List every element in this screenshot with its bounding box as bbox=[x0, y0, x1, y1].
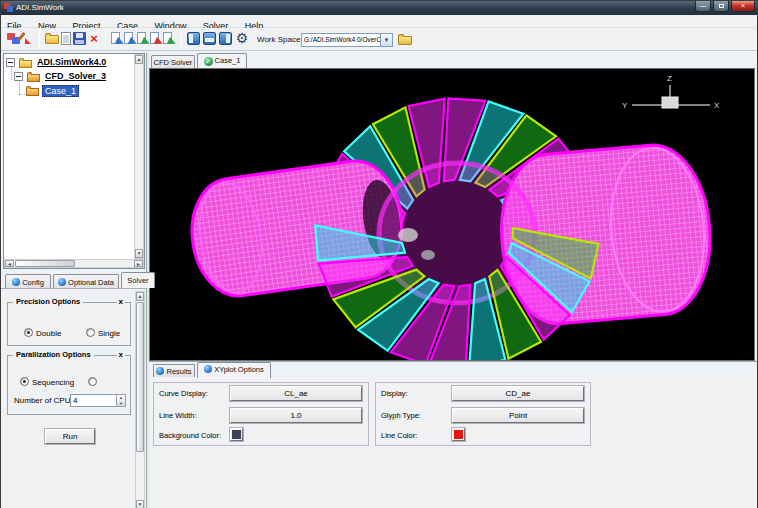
precision-options-group: Precision Options x Double Single bbox=[7, 302, 131, 346]
axis-z-label: Z bbox=[667, 74, 672, 83]
radio-icon bbox=[24, 328, 33, 337]
tab-config[interactable]: Config bbox=[5, 274, 51, 288]
case-refresh-icon[interactable] bbox=[161, 30, 179, 48]
radio-icon bbox=[88, 377, 97, 386]
radio-icon bbox=[20, 377, 29, 386]
folder-icon bbox=[27, 71, 42, 83]
tree-item-root[interactable]: ADI.SimWork4.0 bbox=[35, 57, 108, 67]
folder-icon bbox=[26, 85, 41, 97]
spin-down-icon[interactable]: ▼ bbox=[119, 401, 123, 406]
info-icon bbox=[156, 367, 164, 375]
tab-case1[interactable]: ✓Case_1 bbox=[197, 53, 247, 68]
render-viewport[interactable]: Z Y X bbox=[149, 68, 755, 361]
radio-sequencing[interactable]: Sequencing bbox=[20, 371, 74, 389]
tab-results[interactable]: Results bbox=[153, 364, 195, 378]
tree-item-solver[interactable]: CFD_Solver_3 bbox=[43, 71, 108, 81]
scroll-up-icon[interactable]: ▲ bbox=[136, 292, 144, 301]
spin-up-icon[interactable]: ▲ bbox=[119, 395, 123, 400]
combobox-arrow-icon[interactable]: ▼ bbox=[380, 33, 393, 47]
bottom-tab-strip: Results XYplot Options bbox=[149, 361, 757, 377]
folder-icon bbox=[19, 57, 34, 69]
line-width-button[interactable]: 1.0 bbox=[230, 408, 362, 423]
info-icon bbox=[204, 365, 212, 373]
toolbar-separator bbox=[181, 30, 182, 48]
left-tab-strip: Config Optional Data Solver bbox=[3, 272, 146, 288]
xyplot-options-panel: Curve Display: CL_ae Line Width: 1.0 Bac… bbox=[149, 377, 757, 508]
tree-item-case[interactable]: Case_1 bbox=[42, 85, 79, 97]
line-color-value bbox=[454, 430, 463, 439]
info-icon bbox=[12, 278, 20, 286]
cpus-stepper[interactable]: ▲▼ bbox=[116, 394, 126, 407]
solver-panel-scrollbar[interactable]: ▲ ▼ bbox=[135, 291, 145, 508]
radio-double[interactable]: Double bbox=[24, 322, 61, 340]
cfd-render: Z Y X bbox=[150, 69, 754, 360]
group-title: Parallization Options bbox=[13, 350, 94, 359]
hub-detail bbox=[398, 228, 418, 242]
scroll-up-icon[interactable]: ▲ bbox=[135, 55, 143, 64]
close-button[interactable]: × bbox=[731, 1, 755, 12]
solver-panel: Precision Options x Double Single Parall… bbox=[1, 288, 146, 508]
group-title: Precision Options bbox=[13, 297, 83, 306]
radio-icon bbox=[86, 328, 95, 337]
group-close-icon[interactable]: x bbox=[117, 350, 125, 359]
viewport-tab-strip: CFD Solver ✓Case_1 bbox=[149, 53, 757, 68]
group-close-icon[interactable]: x bbox=[117, 297, 125, 306]
tab-xyplot-options[interactable]: XYplot Options bbox=[197, 362, 271, 378]
line-color-label: Line Color: bbox=[381, 431, 417, 440]
line-color-swatch[interactable] bbox=[452, 428, 465, 441]
title-bar: ADI.SimWork — × bbox=[1, 1, 757, 15]
delete-icon[interactable]: × bbox=[85, 30, 103, 48]
workspace-label: Work Space: bbox=[257, 35, 303, 44]
settings-gear-icon[interactable]: ⚙ bbox=[233, 30, 251, 48]
tree-hscrollbar[interactable]: ◄ ► bbox=[4, 259, 144, 268]
background-color-label: Background Color: bbox=[159, 431, 221, 440]
background-color-swatch[interactable] bbox=[230, 428, 243, 441]
toolbar-separator bbox=[105, 30, 106, 48]
scroll-thumb[interactable] bbox=[136, 302, 144, 452]
axis-y-label: Y bbox=[622, 101, 628, 110]
scroll-down-icon[interactable]: ▼ bbox=[135, 249, 143, 258]
maximize-button[interactable] bbox=[713, 1, 729, 12]
axis-x-label: X bbox=[714, 101, 720, 110]
tab-cfd-solver[interactable]: CFD Solver bbox=[151, 55, 195, 68]
menu-bar: File New Project Case Window Solver Help bbox=[1, 15, 757, 28]
project-tree: ADI.SimWork4.0 CFD_Solver_3 Case_1 ▲ ▼ ◄… bbox=[3, 53, 145, 269]
tree-connector bbox=[11, 66, 12, 80]
tab-solver[interactable]: Solver bbox=[121, 272, 155, 288]
parallelization-options-group: Parallization Options x Sequencing MPICH… bbox=[7, 355, 131, 415]
tab-optional-data[interactable]: Optional Data bbox=[53, 274, 119, 288]
glyph-type-button[interactable]: Point bbox=[452, 408, 584, 423]
scroll-left-icon[interactable]: ◄ bbox=[5, 260, 14, 267]
info-icon bbox=[58, 278, 66, 286]
curve-display-label: Curve Display: bbox=[159, 389, 208, 398]
collapse-icon[interactable] bbox=[14, 72, 23, 81]
curve-display-button[interactable]: CL_ae bbox=[230, 386, 362, 401]
axis-gizmo bbox=[632, 85, 710, 108]
minimize-button[interactable]: — bbox=[695, 1, 711, 12]
brush-icon[interactable] bbox=[17, 30, 35, 48]
tree-vscrollbar[interactable]: ▲ ▼ bbox=[134, 54, 144, 259]
run-button[interactable]: Run bbox=[45, 429, 95, 444]
display-label: Display: bbox=[381, 389, 408, 398]
background-color-value bbox=[232, 430, 241, 439]
display-button[interactable]: CD_ae bbox=[452, 386, 584, 401]
toolbar-separator bbox=[39, 30, 40, 48]
collapse-icon[interactable] bbox=[6, 58, 15, 67]
app-window: ADI.SimWork — × File New Project Case Wi… bbox=[0, 0, 758, 508]
hub-detail bbox=[421, 250, 435, 260]
scroll-down-icon[interactable]: ▼ bbox=[136, 500, 144, 508]
app-icon bbox=[4, 3, 13, 12]
radio-single[interactable]: Single bbox=[86, 322, 120, 340]
scroll-right-icon[interactable]: ► bbox=[134, 260, 143, 267]
workspace-combobox[interactable]: G:/ADI.SimWork4.0/OverCFDC bbox=[301, 33, 381, 47]
scroll-thumb[interactable] bbox=[15, 260, 75, 267]
plot-right-group: Display: CD_ae Glyph Type: Point Line Co… bbox=[375, 382, 591, 446]
tree-connector bbox=[19, 80, 20, 94]
line-width-label: Line Width: bbox=[159, 411, 197, 420]
toolbar: × ⚙ Work Space: G:/ADI.SimWork4.0/OverCF… bbox=[1, 28, 757, 51]
window-title: ADI.SimWork bbox=[16, 3, 64, 12]
browse-folder-icon[interactable] bbox=[397, 31, 415, 49]
glyph-type-label: Glyph Type: bbox=[381, 411, 421, 420]
check-icon: ✓ bbox=[204, 57, 213, 66]
maximize-icon bbox=[719, 4, 724, 8]
